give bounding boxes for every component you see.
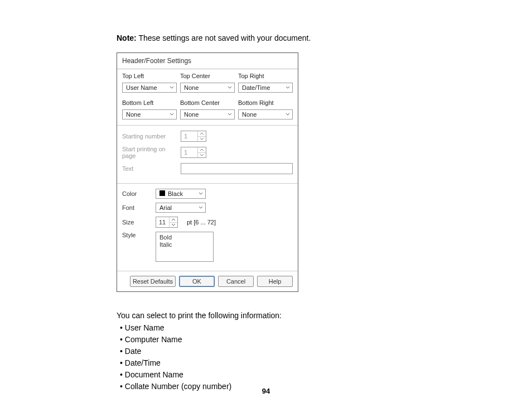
spin-down-icon[interactable] (198, 137, 206, 142)
print-options-text: You can select to print the following in… (117, 311, 448, 391)
list-item: Document Name (120, 370, 448, 379)
font-label: Font (122, 204, 150, 211)
note-label: Note: (117, 33, 137, 42)
size-value: 11 (156, 217, 169, 227)
reset-defaults-button[interactable]: Reset Defaults (130, 276, 176, 287)
chevron-down-icon (170, 85, 174, 90)
bottom-right-select[interactable]: None (238, 109, 293, 119)
top-left-value: User Name (126, 84, 157, 91)
bottom-right-label: Bottom Right (238, 99, 293, 106)
top-left-select[interactable]: User Name (122, 83, 177, 93)
help-button[interactable]: Help (257, 276, 293, 287)
bottom-left-label: Bottom Left (122, 99, 177, 106)
bottom-left-value: None (126, 111, 141, 118)
spin-down-icon[interactable] (198, 153, 206, 158)
top-right-select[interactable]: Date/Time (238, 83, 293, 93)
spin-up-icon[interactable] (198, 147, 206, 153)
chevron-down-icon (199, 205, 203, 210)
cancel-button[interactable]: Cancel (218, 276, 254, 287)
dialog-title: Header/Footer Settings (117, 53, 298, 69)
note-line: Note: These settings are not saved with … (117, 33, 448, 42)
color-swatch-icon (159, 190, 165, 196)
font-select[interactable]: Arial (156, 203, 206, 213)
spin-up-icon[interactable] (170, 217, 177, 223)
top-left-label: Top Left (122, 73, 177, 79)
bottom-right-value: None (242, 111, 257, 118)
style-option-italic[interactable]: Italic (159, 241, 210, 248)
starting-number-label: Starting number (122, 133, 175, 140)
list-item: User Name (120, 323, 448, 332)
list-item: Computer Name (120, 335, 448, 344)
chevron-down-icon (286, 85, 290, 90)
chevron-down-icon (228, 85, 232, 90)
chevron-down-icon (228, 112, 232, 117)
starting-number-spinner[interactable]: 1 (181, 131, 206, 142)
size-range: pt [6 ... 72] (187, 219, 216, 226)
starting-number-value: 1 (181, 131, 197, 141)
header-footer-dialog: Header/Footer Settings Top Left User Nam… (117, 52, 298, 292)
start-printing-label: Start printing on page (122, 146, 175, 159)
font-value: Arial (159, 204, 172, 211)
bottom-center-select[interactable]: None (180, 109, 235, 119)
color-label: Color (122, 190, 150, 197)
print-options-intro: You can select to print the following in… (117, 311, 448, 320)
size-label: Size (122, 219, 150, 226)
start-printing-spinner[interactable]: 1 (181, 147, 206, 158)
bottom-left-select[interactable]: None (122, 109, 177, 119)
ok-button[interactable]: OK (179, 276, 215, 287)
list-item: Date (120, 347, 448, 356)
numbering-section: Starting number 1 Start printing on page… (117, 125, 298, 183)
top-center-label: Top Center (180, 73, 235, 79)
chevron-down-icon (170, 112, 174, 117)
top-positions-row: Top Left User Name Top Center None Top R… (117, 69, 298, 95)
text-label: Text (122, 165, 175, 172)
bottom-center-value: None (184, 111, 199, 118)
top-center-select[interactable]: None (180, 83, 235, 93)
style-listbox[interactable]: Bold Italic (156, 232, 214, 262)
top-right-value: Date/Time (242, 84, 270, 91)
start-printing-value: 1 (181, 147, 197, 157)
color-select[interactable]: Black (156, 189, 206, 199)
list-item: Date/Time (120, 358, 448, 367)
style-option-bold[interactable]: Bold (159, 234, 210, 241)
spin-down-icon[interactable] (170, 223, 177, 228)
top-right-label: Top Right (238, 73, 293, 79)
top-center-value: None (184, 84, 199, 91)
formatting-section: Color Black Font Arial Size 11 (117, 183, 298, 271)
text-input[interactable] (181, 163, 293, 174)
size-spinner[interactable]: 11 (156, 217, 178, 228)
style-label: Style (122, 232, 150, 238)
chevron-down-icon (199, 191, 203, 196)
dialog-buttons: Reset Defaults OK Cancel Help (117, 271, 298, 291)
color-value: Black (168, 190, 183, 197)
bottom-positions-row: Bottom Left None Bottom Center None Bott… (117, 95, 298, 125)
note-text: These settings are not saved with your d… (138, 33, 311, 42)
spin-up-icon[interactable] (198, 131, 206, 137)
bottom-center-label: Bottom Center (180, 99, 235, 106)
page-number: 94 (0, 387, 532, 395)
chevron-down-icon (286, 112, 290, 117)
